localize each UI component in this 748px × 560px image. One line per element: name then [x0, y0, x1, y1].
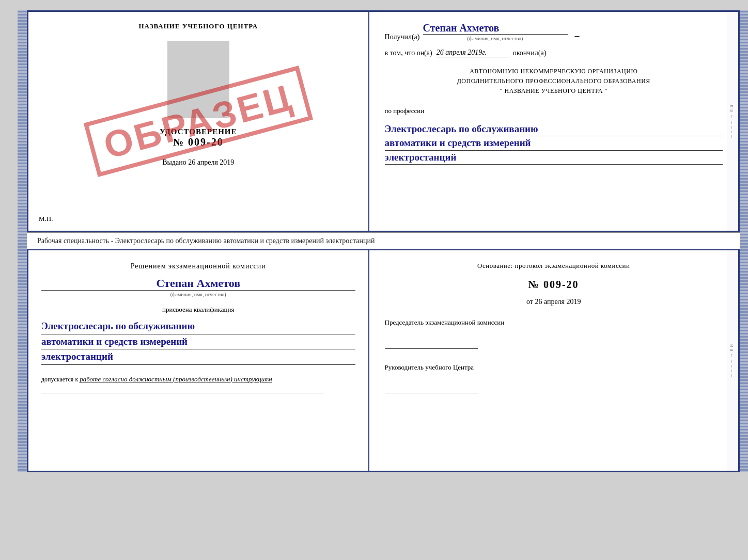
side-char-4: – [729, 121, 735, 124]
dopuskaetsya-label: допускается к [41, 376, 78, 383]
rukovoditel-label: Руководитель учебного Центра [385, 362, 723, 373]
bottom-name-block: Степан Ахметов (фамилия, имя, отчество) [41, 277, 355, 297]
bottom-name: Степан Ахметов [41, 277, 355, 291]
predsedatel-block: Председатель экзаменационной комиссии [385, 317, 723, 349]
vydano-line: Выдано 26 апреля 2019 [162, 158, 234, 167]
side-char-7: – [729, 135, 735, 138]
resheniem-text: Решением экзаменационной комиссии [131, 262, 266, 270]
dopuskaetsya-block: допускается к работе согласно должностны… [41, 375, 355, 383]
top-cert-left: НАЗВАНИЕ УЧЕБНОГО ЦЕНТРА УДОСТОВЕРЕНИЕ №… [28, 12, 369, 231]
cert-number: № 009-20 [173, 136, 224, 148]
side-char-1: и [729, 105, 735, 107]
side-char-b4: – [729, 360, 735, 363]
vydano-date: 26 апреля 2019 [188, 158, 234, 166]
org-line2: ДОПОЛНИТЕЛЬНОГО ПРОФЕССИОНАЛЬНОГО ОБРАЗО… [385, 76, 723, 86]
photo-placeholder [167, 41, 229, 118]
profession-block: Электрослесарь по обслуживанию автоматик… [385, 122, 723, 165]
ot-date-value: 26 апреля 2019 [535, 298, 581, 306]
okonchil-label: окончил(а) [513, 49, 547, 57]
profession-line2: автоматики и средств измерений [385, 136, 723, 151]
side-char-6: – [729, 131, 735, 133]
resheniem-title: Решением экзаменационной комиссии [41, 261, 355, 271]
vtom-row: в том, что он(а) 26 апреля 2019г. окончи… [385, 49, 723, 57]
protocol-number: № 009-20 [385, 279, 723, 291]
qual-line2: автоматики и средств измерений [41, 334, 355, 350]
org-line3: " НАЗВАНИЕ УЧЕБНОГО ЦЕНТРА " [385, 86, 723, 96]
org-line1: АВТОНОМНУЮ НЕКОММЕРЧЕСКУЮ ОРГАНИЗАЦИЮ [385, 67, 723, 76]
osnovanie-title: Основание: протокол экзаменационной коми… [385, 261, 723, 271]
fio-subtitle-bottom: (фамилия, имя, отчество) [41, 292, 355, 297]
predsedatel-signature-line [385, 339, 478, 349]
book-binding-right-top [740, 10, 748, 472]
predsedatel-label: Председатель экзаменационной комиссии [385, 317, 723, 328]
poluchil-label: Получил(а) [385, 33, 420, 41]
dopuskaetsya-text: работе согласно должностным (производств… [80, 375, 272, 383]
side-char-5: – [729, 126, 735, 129]
side-char-3: ← [729, 114, 735, 119]
poluchil-name-block: Степан Ахметов (фамилия, имя, отчество) [423, 22, 568, 41]
specialty-label: Рабочая специальность - Электрослесарь п… [27, 232, 740, 250]
side-char-b2: а [729, 349, 735, 351]
qual-line3: электростанций [41, 349, 355, 365]
bottom-certificate: Решением экзаменационной комиссии Степан… [27, 250, 740, 472]
qualification-block: Электрослесарь по обслуживанию автоматик… [41, 319, 355, 365]
side-char-b7: – [729, 374, 735, 377]
side-decoration-top: и а ← – – – – [727, 12, 738, 231]
ot-label: от [526, 298, 533, 306]
rukovoditel-block: Руководитель учебного Центра [385, 362, 723, 394]
po-professii-label: по профессии [385, 107, 723, 115]
side-char-b3: ← [729, 353, 735, 358]
top-cert-inner: НАЗВАНИЕ УЧЕБНОГО ЦЕНТРА УДОСТОВЕРЕНИЕ №… [27, 10, 740, 472]
vydano-label: Выдано [162, 158, 186, 166]
qual-line1: Электрослесарь по обслуживанию [41, 319, 355, 334]
vtom-label: в том, что он(а) [385, 49, 432, 57]
book-binding-left-top [18, 10, 27, 472]
bottom-cert-right: Основание: протокол экзаменационной коми… [369, 250, 738, 471]
top-cert-right: Получил(а) Степан Ахметов (фамилия, имя,… [369, 12, 738, 231]
side-char-b6: – [729, 370, 735, 372]
profession-line3: электростанций [385, 151, 723, 165]
org-block: АВТОНОМНУЮ НЕКОММЕРЧЕСКУЮ ОРГАНИЗАЦИЮ ДО… [385, 67, 723, 97]
profession-line1: Электрослесарь по обслуживанию [385, 122, 723, 137]
side-char-2: а [729, 109, 735, 111]
school-name-top: НАЗВАНИЕ УЧЕБНОГО ЦЕНТРА [138, 22, 258, 30]
rukovoditel-signature-line [385, 383, 478, 393]
ot-date: от 26 апреля 2019 [385, 298, 723, 306]
bottom-cert-left: Решением экзаменационной комиссии Степан… [28, 250, 369, 471]
poluchil-name: Степан Ахметов [423, 22, 568, 35]
vtom-date: 26 апреля 2019г. [437, 49, 509, 57]
mp-label: М.П. [39, 215, 53, 223]
bottom-signature-line-left [41, 393, 324, 393]
top-certificate: НАЗВАНИЕ УЧЕБНОГО ЦЕНТРА УДОСТОВЕРЕНИЕ №… [27, 10, 740, 232]
cert-title: УДОСТОВЕРЕНИЕ [160, 127, 237, 136]
top-certificate-row: НАЗВАНИЕ УЧЕБНОГО ЦЕНТРА УДОСТОВЕРЕНИЕ №… [18, 10, 730, 472]
side-char-b5: – [729, 365, 735, 367]
side-decoration-bottom: и а ← – – – – [727, 250, 738, 471]
fio-subtitle-top: (фамилия, имя, отчество) [423, 36, 568, 41]
side-char-b1: и [729, 344, 735, 347]
prisvoena-label: присвоена квалификация [41, 306, 355, 314]
poluchil-row: Получил(а) Степан Ахметов (фамилия, имя,… [385, 22, 723, 41]
